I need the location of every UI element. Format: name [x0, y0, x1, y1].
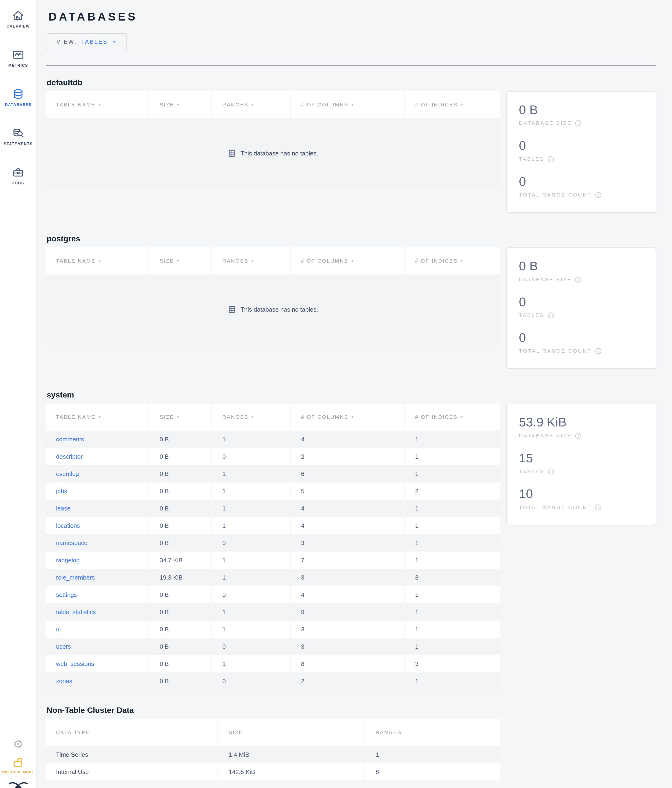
info-icon[interactable] — [595, 504, 602, 511]
cell-indices: 1 — [405, 586, 500, 604]
non-table-section: Non-Table Cluster Data DATA TYPESIZERANG… — [46, 705, 656, 781]
home-icon — [12, 10, 24, 22]
table-link[interactable]: users — [56, 643, 71, 650]
database-table: TABLE NAME▼SIZE▼RANGES▼# OF COLUMNS▼# OF… — [46, 248, 500, 275]
column-header-name[interactable]: TABLE NAME▼ — [46, 248, 149, 275]
sidebar-item-metrics[interactable]: METRICS — [0, 39, 36, 78]
table-row: jobs 0 B 1 5 2 — [46, 483, 500, 500]
cell-ranges: 1 — [212, 500, 291, 517]
stat-value: 15 — [519, 451, 647, 465]
sidebar-item-label: STATEMENTS — [4, 142, 33, 146]
cell-columns: 9 — [291, 604, 405, 621]
column-header-ranges[interactable]: RANGES▼ — [212, 248, 291, 275]
sidebar-item-databases[interactable]: DATABASES — [0, 78, 36, 117]
view-dropdown-value: TABLES — [81, 38, 108, 45]
sort-arrow-icon: ▼ — [351, 415, 355, 419]
column-header-ranges[interactable]: RANGES▼ — [212, 404, 291, 431]
databases-page: OVERVIEWMETRICSDATABASESSTATEMENTSJOBS ⚙… — [0, 0, 672, 788]
sort-arrow-icon: ▼ — [460, 103, 464, 106]
cell-columns: 2 — [291, 448, 405, 465]
sidebar-item-statements[interactable]: STATEMENTS — [0, 117, 36, 156]
table-link[interactable]: web_sessions — [56, 660, 94, 667]
sort-arrow-icon: ▼ — [351, 103, 355, 106]
table-row: role_members 19.3 KiB 1 3 3 — [46, 569, 500, 586]
table-link[interactable]: comments — [56, 436, 84, 443]
column-header-ranges[interactable]: RANGES▼ — [212, 91, 291, 118]
sidebar-item-label: JOBS — [13, 181, 24, 185]
info-icon[interactable] — [575, 432, 582, 439]
table-link[interactable]: eventlog — [56, 470, 79, 477]
cell-columns: 3 — [291, 638, 405, 655]
view-dropdown-label: VIEW: — [57, 38, 77, 45]
database-table: TABLE NAME▼SIZE▼RANGES▼# OF COLUMNS▼# OF… — [46, 404, 500, 690]
cell-columns: 3 — [291, 621, 405, 638]
stat-value: 53.9 KiB — [519, 415, 647, 429]
table-link[interactable]: ui — [56, 626, 61, 633]
info-icon[interactable] — [575, 276, 582, 283]
cell-size: 142.5 KiB — [219, 763, 365, 780]
info-icon[interactable] — [575, 120, 582, 127]
column-header-indices[interactable]: # OF INDICES▼ — [405, 404, 500, 431]
table-link[interactable]: zones — [56, 678, 72, 685]
sidebar-item-overview[interactable]: OVERVIEW — [0, 0, 36, 39]
insecure-mode-indicator[interactable]: INSECURE MODE — [2, 756, 34, 774]
cell-indices: 1 — [405, 672, 500, 690]
stat-value: 0 B — [519, 259, 647, 273]
stat-label: TABLES — [519, 468, 647, 475]
table-row: zones 0 B 0 2 1 — [46, 672, 500, 690]
column-header-size[interactable]: SIZE▼ — [149, 248, 212, 275]
database-stats-card: 0 B DATABASE SIZE 0 TABLES 0 TOTAL RANGE… — [506, 91, 656, 213]
table-link[interactable]: settings — [56, 591, 77, 598]
cell-ranges: 1 — [212, 569, 291, 586]
table-link[interactable]: table_statistics — [56, 608, 96, 615]
stat-value: 0 — [519, 331, 647, 345]
info-icon[interactable] — [595, 348, 602, 354]
main-content: DATABASES VIEW: TABLES ▼ defaultdb TABLE… — [37, 0, 672, 788]
cell-indices: 3 — [405, 569, 500, 586]
column-header-name[interactable]: TABLE NAME▼ — [46, 91, 149, 118]
table-link[interactable]: namespace — [56, 539, 87, 547]
sidebar-item-jobs[interactable]: JOBS — [0, 156, 36, 195]
column-header-columns[interactable]: # OF COLUMNS▼ — [291, 91, 405, 118]
view-dropdown[interactable]: VIEW: TABLES ▼ — [47, 33, 127, 50]
table-row: namespace 0 B 0 3 1 — [46, 534, 500, 551]
database-section-defaultdb: defaultdb TABLE NAME▼SIZE▼RANGES▼# OF CO… — [46, 78, 656, 213]
table-link[interactable]: lease — [56, 505, 70, 512]
column-header-indices[interactable]: # OF INDICES▼ — [405, 91, 500, 118]
column-header-size[interactable]: SIZE▼ — [149, 91, 212, 118]
cockroachdb-logo[interactable] — [8, 779, 29, 788]
sort-arrow-icon: ▼ — [98, 259, 102, 263]
settings-gear-icon[interactable]: ⚙ — [13, 738, 24, 750]
table-icon — [228, 149, 236, 157]
info-icon[interactable] — [548, 312, 554, 319]
table-link[interactable]: jobs — [56, 488, 67, 495]
column-header-indices[interactable]: # OF INDICES▼ — [405, 248, 500, 275]
column-header-columns[interactable]: # OF COLUMNS▼ — [291, 404, 405, 431]
column-header-columns[interactable]: # OF COLUMNS▼ — [291, 248, 405, 275]
empty-message: This database has no tables. — [241, 306, 318, 313]
cell-columns: 4 — [291, 431, 405, 448]
column-header-name[interactable]: TABLE NAME▼ — [46, 404, 149, 431]
table-row: Internal Use 142.5 KiB 8 — [46, 763, 500, 780]
cell-size: 0 B — [149, 638, 212, 655]
info-icon[interactable] — [595, 192, 602, 198]
sidebar-item-label: METRICS — [8, 64, 28, 68]
cell-columns: 3 — [291, 534, 405, 551]
sidebar: OVERVIEWMETRICSDATABASESSTATEMENTSJOBS ⚙… — [0, 0, 37, 788]
info-icon[interactable] — [548, 468, 554, 475]
cell-indices: 1 — [405, 604, 500, 621]
table-link[interactable]: descriptor — [56, 453, 82, 460]
stat-label: TABLES — [519, 156, 647, 162]
cell-size: 0 B — [149, 517, 212, 534]
sidebar-nav: OVERVIEWMETRICSDATABASESSTATEMENTSJOBS — [0, 0, 36, 195]
table-link[interactable]: locations — [56, 522, 80, 529]
stat-label: TOTAL RANGE COUNT — [519, 348, 647, 354]
sort-arrow-icon: ▼ — [176, 259, 181, 263]
table-link[interactable]: rangelog — [56, 557, 79, 564]
info-icon[interactable] — [548, 156, 554, 162]
table-link[interactable]: role_members — [56, 574, 95, 581]
column-header-size[interactable]: SIZE▼ — [149, 404, 212, 431]
stat-range-count: 10 TOTAL RANGE COUNT — [519, 487, 647, 510]
open-lock-icon — [12, 756, 24, 769]
cell-indices: 2 — [405, 483, 500, 500]
